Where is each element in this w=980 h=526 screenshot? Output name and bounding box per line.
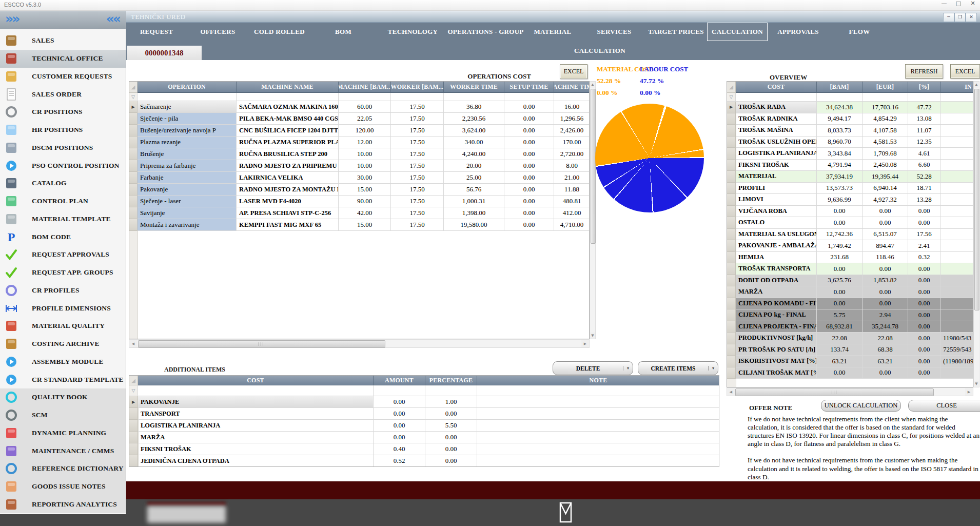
tab-flow[interactable]: FLOW [829,23,890,41]
tab-request[interactable]: REQUEST [126,23,187,41]
table-row[interactable]: MARŽA0.000.000.00 [727,286,973,298]
row-selector[interactable] [727,275,736,287]
tab-officers[interactable]: OFFICERS [187,23,248,41]
sidebar-item-sales-order[interactable]: SALES ORDER [0,85,126,103]
row-selector[interactable] [727,367,736,379]
tab-target-prices[interactable]: TARGET PRICES [645,23,707,41]
table-row[interactable]: LIMOVI9,636.994,927.3213.28 [727,194,973,206]
tab-bom[interactable]: BOM [310,23,376,41]
taskbar-item[interactable] [147,506,226,523]
operations-hscrollbar[interactable]: ◀ ▶ [129,339,590,348]
table-row[interactable]: CIJENA PO KOMADU - FINAL0.000.000.00 [727,298,973,310]
table-row[interactable]: CIJENA PO kg - FINAL5.752.940.00 [727,309,973,321]
scroll-thumb[interactable] [138,340,385,348]
column-header-amount[interactable]: AMOUNT [374,376,425,385]
chevron-down-icon[interactable]: ▾ [708,366,718,371]
column-header-eur[interactable]: [EUR] [863,82,908,93]
row-selector[interactable] [727,171,736,183]
tab-approvals[interactable]: APPROVALS [768,23,829,41]
filter-cell-machine-time[interactable] [554,93,590,101]
table-row[interactable]: ▶PAKOVANJE0.001.00 [129,396,719,408]
refresh-button[interactable]: REFRESH [905,64,943,79]
row-selector[interactable]: ▶ [129,101,138,113]
column-header-note[interactable]: NOTE [477,376,719,385]
table-row[interactable]: Bušenje/urezivanje navoja PCNC BUŠILICA … [129,125,589,137]
column-header-cost[interactable]: COST [138,376,374,385]
table-row[interactable]: MATERIJAL SA USLUGOM12,742.366,515.0717.… [727,229,973,241]
column-header-percentage[interactable]: PERCENTAGE [425,376,477,385]
close-button[interactable]: CLOSE [908,400,980,412]
window-close-icon[interactable]: ✕ [966,13,977,22]
scroll-down-icon[interactable]: ▼ [974,381,979,387]
scroll-thumb[interactable] [591,89,596,244]
column-header-info[interactable]: IN [940,82,973,93]
table-row[interactable]: SavijanjeAP. PRESA SCHIAVI STP-C-25642.0… [129,207,589,219]
table-row[interactable]: PR TROŠAK PO SATU [/h]133.7468.380.00725… [727,344,973,356]
filter-icon[interactable]: ▽ [129,93,138,101]
filter-cell-cost[interactable] [138,385,374,396]
row-selector[interactable] [129,420,138,432]
sidebar-item-dscm-positions[interactable]: DSCM POSITIONS [0,139,126,157]
row-selector[interactable] [129,455,138,467]
table-row[interactable]: LOGISTIKA PLANIRANJA0.005.50 [129,420,719,432]
row-selector[interactable] [129,113,138,125]
sidebar-item-material-template[interactable]: MATERIAL TEMPLATE [0,210,126,228]
minimize-icon[interactable]: — [937,0,951,10]
column-header-setup-time[interactable]: SETUP TIME [504,82,554,93]
scroll-right-icon[interactable]: ▶ [581,340,589,347]
sidebar-item-profile-dimensions[interactable]: PROFILE DIMENSIONS [0,299,126,317]
filter-cell-cost[interactable] [736,93,817,102]
filter-cell-amount[interactable] [374,385,425,396]
window-restore-icon[interactable]: ❐ [954,13,966,22]
row-selector[interactable] [727,252,736,264]
table-row[interactable]: OSTALO0.000.000.00 [727,217,973,229]
filter-cell-machine-bam[interactable] [339,93,391,101]
tab-technology[interactable]: TECHNOLOGY [376,23,449,41]
scroll-up-icon[interactable]: ▲ [974,82,979,88]
table-row[interactable]: Priprema za farbanjeRADNO MJESTO ZA PRIP… [129,160,589,172]
sidebar-item-cr-profiles[interactable]: CR PROFILES [0,282,126,300]
maximize-icon[interactable]: □ [951,0,966,10]
sidebar-item-customer-requests[interactable]: CUSTOMER REQUESTS [0,68,126,86]
chevron-down-icon[interactable]: ▾ [623,366,633,371]
sidebar-item-technical-office[interactable]: TECHNICAL OFFICE [0,50,126,68]
row-selector[interactable] [727,137,736,148]
table-row[interactable]: CIJENA PROJEKTA - FINAL68,932.8135,244.7… [727,321,973,333]
filter-cell-worker-bam[interactable] [391,93,444,101]
scroll-left-icon[interactable]: ◀ [727,388,735,396]
row-selector[interactable] [129,207,138,219]
table-row[interactable]: FIKSNI TROŠAK0.400.00 [129,443,719,455]
column-header-worker-time[interactable]: WORKER TIME [444,82,504,93]
sidebar-item-maintenance-cmms[interactable]: MAINTENANCE / CMMS [0,442,126,460]
scroll-up-icon[interactable]: ▲ [590,82,595,88]
envelope-icon[interactable] [554,501,576,524]
sidebar-item-hr-positions[interactable]: HR POSITIONS [0,121,126,139]
close-icon[interactable]: ✕ [966,0,980,10]
row-selector[interactable] [727,183,736,194]
row-selector[interactable]: ▶ [129,396,138,408]
row-selector[interactable] [727,206,736,218]
table-row[interactable]: Sječenje - laserLASER MVD F4-402090.0017… [129,196,589,207]
row-selector[interactable] [727,229,736,241]
table-row[interactable]: Montaža i zavarivanjeKEMPPI FAST MIG MXF… [129,219,589,231]
row-selector[interactable] [129,137,138,148]
table-row[interactable]: MATERIJAL37,934.1919,395.4452.28 [727,171,973,183]
table-row[interactable]: Sječenje - pilaPILA BEKA-MAK BMSO 440 CG… [129,113,589,125]
filter-cell-operation[interactable] [138,93,237,101]
operations-vscrollbar[interactable]: ▲ ▼ [590,81,596,339]
table-row[interactable]: TRANSPORT0.000.00 [129,408,719,420]
filter-icon[interactable]: ▽ [129,385,138,396]
overview-vscrollbar[interactable]: ▲ ▼ [973,81,979,387]
row-selector[interactable] [727,194,736,206]
row-selector[interactable] [129,184,138,196]
filter-cell-note[interactable] [477,385,719,396]
row-selector[interactable] [129,219,138,231]
row-selector[interactable] [727,333,736,344]
row-selector[interactable] [727,298,736,310]
table-row[interactable]: ▶TROŠAK RADA34,624.3817,703.1647.72 [727,102,973,113]
table-row[interactable]: BrušenjeRUČNA BRUSILICA STEP 20010.0017.… [129,148,589,160]
table-row[interactable]: Plazma rezanjeRUČNA PLAZMA SUPERIOR PLAS… [129,137,589,148]
row-selector[interactable] [129,408,138,420]
column-header-machine-name[interactable]: MACHINE NAME [237,82,339,93]
column-header-worker-bam[interactable]: WORKER [BAM... [391,82,444,93]
